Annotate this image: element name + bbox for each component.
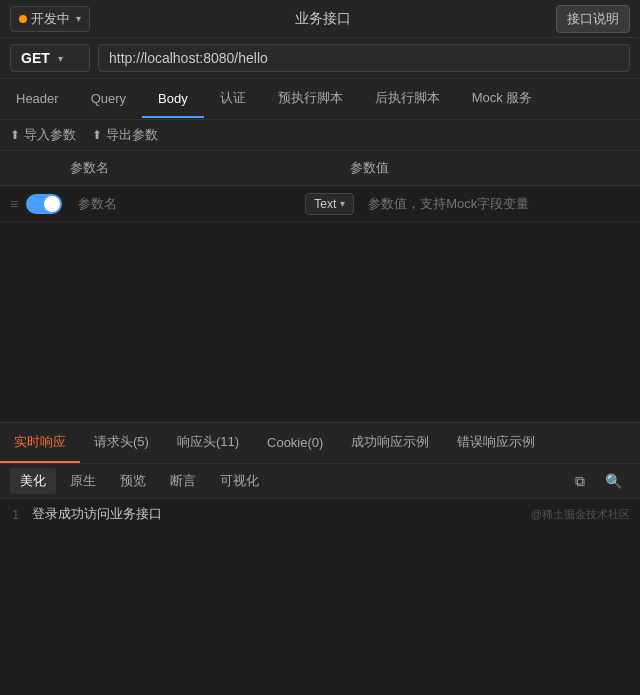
method-label: GET xyxy=(21,50,50,66)
method-chevron-icon: ▾ xyxy=(58,53,63,64)
request-tabs: Header Query Body 认证 预执行脚本 后执行脚本 Mock 服务 xyxy=(0,79,640,120)
upload-icon: ⬆ xyxy=(10,128,20,142)
tab-response-headers[interactable]: 响应头(11) xyxy=(163,423,253,463)
tab-cookie[interactable]: Cookie(0) xyxy=(253,425,337,462)
page-title: 业务接口 xyxy=(90,10,556,28)
action-row: ⬆ 导入参数 ⬆ 导出参数 xyxy=(0,120,640,151)
doc-button[interactable]: 接口说明 xyxy=(556,5,630,33)
beautify-button[interactable]: 美化 xyxy=(10,468,56,494)
param-enabled-toggle[interactable] xyxy=(26,194,62,214)
env-label: 开发中 xyxy=(31,10,70,28)
method-selector[interactable]: GET ▾ xyxy=(10,44,90,72)
export-label: 导出参数 xyxy=(106,126,158,144)
tab-success-example[interactable]: 成功响应示例 xyxy=(337,423,443,463)
tab-post-script[interactable]: 后执行脚本 xyxy=(359,79,456,119)
visualize-button[interactable]: 可视化 xyxy=(210,468,269,494)
response-tabs: 实时响应 请求头(5) 响应头(11) Cookie(0) 成功响应示例 错误响… xyxy=(0,422,640,464)
response-row: 1 登录成功访问业务接口 @稀土掘金技术社区 xyxy=(0,499,640,529)
tab-query[interactable]: Query xyxy=(75,81,142,118)
tab-realtime-response[interactable]: 实时响应 xyxy=(0,423,80,463)
import-label: 导入参数 xyxy=(24,126,76,144)
toggle-knob xyxy=(44,196,60,212)
tab-request-headers[interactable]: 请求头(5) xyxy=(80,423,163,463)
response-toolbar: 美化 原生 预览 断言 可视化 ⧉ 🔍 xyxy=(0,464,640,499)
env-chevron-icon: ▾ xyxy=(76,13,81,24)
params-header: 参数名 参数值 xyxy=(0,151,640,186)
env-status-dot xyxy=(19,15,27,23)
top-bar: 开发中 ▾ 业务接口 接口说明 xyxy=(0,0,640,38)
params-body-area xyxy=(0,222,640,422)
url-input[interactable] xyxy=(98,44,630,72)
col-value-label: 参数值 xyxy=(350,159,630,177)
type-label: Text xyxy=(314,197,336,211)
response-text: 登录成功访问业务接口 xyxy=(32,505,162,523)
copy-button[interactable]: ⧉ xyxy=(567,469,593,494)
tab-pre-script[interactable]: 预执行脚本 xyxy=(262,79,359,119)
line-number: 1 xyxy=(12,507,32,522)
tab-header[interactable]: Header xyxy=(0,81,75,118)
tab-auth[interactable]: 认证 xyxy=(204,79,262,119)
type-chevron-icon: ▾ xyxy=(340,198,345,209)
preview-button[interactable]: 预览 xyxy=(110,468,156,494)
download-icon: ⬆ xyxy=(92,128,102,142)
col-name-label: 参数名 xyxy=(70,159,350,177)
export-params-button[interactable]: ⬆ 导出参数 xyxy=(92,126,158,144)
url-bar: GET ▾ xyxy=(0,38,640,79)
assert-button[interactable]: 断言 xyxy=(160,468,206,494)
tab-mock[interactable]: Mock 服务 xyxy=(456,79,549,119)
tab-error-example[interactable]: 错误响应示例 xyxy=(443,423,549,463)
drag-handle-icon[interactable]: ≡ xyxy=(10,196,18,212)
type-selector[interactable]: Text ▾ xyxy=(305,193,354,215)
param-name-input[interactable] xyxy=(72,192,297,215)
tab-body[interactable]: Body xyxy=(142,81,204,118)
search-button[interactable]: 🔍 xyxy=(597,469,630,493)
raw-button[interactable]: 原生 xyxy=(60,468,106,494)
table-row: ≡ Text ▾ xyxy=(0,186,640,222)
watermark-text: @稀土掘金技术社区 xyxy=(531,507,630,522)
env-selector[interactable]: 开发中 ▾ xyxy=(10,6,90,32)
param-value-input[interactable] xyxy=(362,192,630,215)
import-params-button[interactable]: ⬆ 导入参数 xyxy=(10,126,76,144)
